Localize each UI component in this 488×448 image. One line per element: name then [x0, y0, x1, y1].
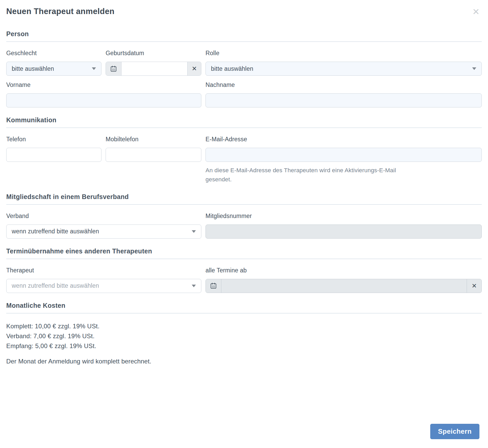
calendar-icon	[110, 65, 117, 72]
email-label: E-Mail-Adresse	[206, 136, 482, 143]
geburtsdatum-label: Geburtsdatum	[106, 50, 201, 57]
chevron-down-icon	[92, 67, 96, 70]
vorname-label: Vorname	[6, 81, 201, 88]
kommunikation-row: Telefon Mobiltelefon E-Mail-Adresse An d…	[6, 136, 482, 184]
section-kommunikation: Kommunikation Telefon Mobiltelefon E-Mai…	[6, 116, 482, 184]
person-row-1: Geschlecht bitte auswählen Geburtsdatum	[6, 50, 482, 76]
telefon-input[interactable]	[6, 148, 101, 162]
mobiltelefon-input[interactable]	[106, 148, 201, 162]
geburtsdatum-field: ✕	[106, 62, 201, 76]
therapeut-label: Therapeut	[6, 267, 201, 274]
kosten-line-empfang: Empfang: 5,00 € zzgl. 19% USt.	[6, 341, 482, 351]
geschlecht-value: bitte auswählen	[12, 65, 54, 72]
termine-ab-calendar-button[interactable]	[206, 279, 221, 293]
field-nachname: Nachname	[206, 81, 482, 107]
email-input[interactable]	[206, 148, 482, 162]
section-heading-kommunikation: Kommunikation	[6, 116, 482, 128]
mitgliedsnummer-label: Mitgliedsnummer	[206, 213, 482, 220]
field-email: E-Mail-Adresse An diese E-Mail-Adresse d…	[206, 136, 482, 184]
mobiltelefon-label: Mobiltelefon	[106, 136, 201, 143]
vorname-input[interactable]	[6, 93, 201, 107]
termine-ab-label: alle Termine ab	[206, 267, 482, 274]
geburtsdatum-input[interactable]	[121, 62, 187, 75]
kosten-note: Der Monat der Anmeldung wird komplett be…	[6, 358, 482, 365]
section-terminuebernahme: Terminübernahme eines anderen Therapeute…	[6, 247, 482, 293]
clear-icon: ✕	[472, 282, 477, 290]
field-geschlecht: Geschlecht bitte auswählen	[6, 50, 101, 76]
section-kosten: Monatliche Kosten Komplett: 10,00 € zzgl…	[6, 302, 482, 365]
close-icon: ✕	[472, 7, 480, 17]
verband-select[interactable]: wenn zutreffend bitte auswählen	[6, 225, 201, 239]
field-therapeut: Therapeut wenn zutreffend bitte auswähle…	[6, 267, 201, 293]
kosten-lines: Komplett: 10,00 € zzgl. 19% USt. Verband…	[6, 321, 482, 351]
section-heading-mitgliedschaft: Mitgliedschaft in einem Berufsverband	[6, 193, 482, 205]
person-row-2: Vorname Nachname	[6, 81, 482, 107]
clear-icon: ✕	[192, 65, 197, 72]
termine-ab-field: ✕	[206, 279, 482, 293]
mitgliedschaft-row: Verband wenn zutreffend bitte auswählen …	[6, 213, 482, 239]
mitgliedsnummer-input	[206, 225, 482, 239]
section-heading-terminuebernahme: Terminübernahme eines anderen Therapeute…	[6, 247, 482, 259]
verband-value: wenn zutreffend bitte auswählen	[12, 228, 99, 235]
chevron-down-icon	[472, 67, 476, 70]
new-therapist-dialog: Neuen Therapeut anmelden ✕ Person Geschl…	[0, 0, 488, 448]
kosten-line-komplett: Komplett: 10,00 € zzgl. 19% USt.	[6, 321, 482, 331]
geschlecht-label: Geschlecht	[6, 50, 101, 57]
rolle-select[interactable]: bitte auswählen	[206, 62, 482, 76]
geburtsdatum-calendar-button[interactable]	[106, 62, 121, 75]
chevron-down-icon	[192, 230, 196, 233]
nachname-input[interactable]	[206, 93, 482, 107]
field-rolle: Rolle bitte auswählen	[206, 50, 482, 76]
field-telefon: Telefon	[6, 136, 101, 162]
chevron-down-icon	[192, 285, 196, 287]
therapeut-placeholder: wenn zutreffend bitte auswählen	[12, 282, 99, 289]
section-heading-person: Person	[6, 30, 482, 42]
therapeut-select[interactable]: wenn zutreffend bitte auswählen	[6, 279, 201, 293]
termine-ab-input	[221, 279, 467, 293]
rolle-value: bitte auswählen	[211, 65, 253, 72]
field-mitgliedsnummer: Mitgliedsnummer	[206, 213, 482, 239]
geschlecht-select[interactable]: bitte auswählen	[6, 62, 101, 76]
field-termine-ab: alle Termine ab ✕	[206, 267, 482, 293]
section-person: Person Geschlecht bitte auswählen Geburt…	[6, 30, 482, 107]
telefon-label: Telefon	[6, 136, 101, 143]
nachname-label: Nachname	[206, 81, 482, 88]
field-verband: Verband wenn zutreffend bitte auswählen	[6, 213, 201, 239]
calendar-icon	[210, 282, 217, 289]
close-button[interactable]: ✕	[472, 7, 480, 16]
kosten-line-verband: Verband: 7,00 € zzgl. 19% USt.	[6, 331, 482, 341]
rolle-label: Rolle	[206, 50, 482, 57]
field-geburtsdatum: Geburtsdatum ✕	[106, 50, 201, 76]
geburtsdatum-clear-button[interactable]: ✕	[187, 62, 201, 75]
dialog-header: Neuen Therapeut anmelden ✕	[6, 7, 482, 16]
section-mitgliedschaft: Mitgliedschaft in einem Berufsverband Ve…	[6, 193, 482, 239]
field-vorname: Vorname	[6, 81, 201, 107]
save-button[interactable]: Speichern	[430, 424, 479, 439]
dialog-footer: Speichern	[6, 424, 482, 439]
email-helper-text: An diese E-Mail-Adresse des Therapeuten …	[206, 166, 399, 184]
field-mobiltelefon: Mobiltelefon	[106, 136, 201, 162]
termine-ab-clear-button[interactable]: ✕	[467, 279, 481, 293]
verband-label: Verband	[6, 213, 201, 220]
terminuebernahme-row: Therapeut wenn zutreffend bitte auswähle…	[6, 267, 482, 293]
page-title: Neuen Therapeut anmelden	[6, 7, 114, 16]
section-heading-kosten: Monatliche Kosten	[6, 302, 482, 313]
